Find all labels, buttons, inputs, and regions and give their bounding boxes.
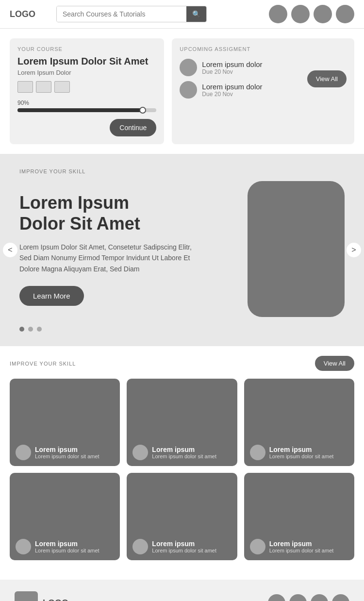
search-bar: 🔍 bbox=[56, 6, 207, 22]
skill-card-info-3: Lorem ipsum Lorem ipsum dolor sit amet bbox=[250, 445, 348, 460]
hero-text: Lorem IpsumDolor Sit Amet Lorem Ipsum Do… bbox=[19, 192, 199, 306]
hero-section: < IMPROVE YOUR SKILL Lorem IpsumDolor Si… bbox=[0, 154, 364, 346]
hero-title: Lorem IpsumDolor Sit Amet bbox=[19, 192, 199, 234]
hero-image bbox=[248, 181, 345, 317]
course-thumbnails bbox=[17, 81, 156, 93]
course-label: YOUR COURSE bbox=[17, 46, 156, 52]
thumbnail-1 bbox=[17, 81, 33, 93]
footer-top: LOGO bbox=[15, 591, 349, 601]
course-subtitle: Lorem Ipsum Dolor bbox=[17, 69, 156, 76]
thumbnail-2 bbox=[36, 81, 51, 93]
skills-header: IMPROVE YOUR SKILL View All bbox=[10, 356, 354, 371]
assignment-due-1: Due 20 Nov bbox=[202, 68, 262, 75]
skill-card-3[interactable]: Lorem ipsum Lorem ipsum dolor sit amet bbox=[244, 379, 354, 466]
footer-logo-area: LOGO bbox=[15, 591, 68, 601]
hero-dot-3[interactable] bbox=[37, 327, 42, 332]
skill-card-5[interactable]: Lorem ipsum Lorem ipsum dolor sit amet bbox=[127, 473, 237, 560]
footer-logo-text: LOGO bbox=[43, 598, 68, 601]
skills-section: IMPROVE YOUR SKILL View All Lorem ipsum … bbox=[0, 346, 364, 570]
hero-dot-2[interactable] bbox=[28, 327, 33, 332]
hero-prev-button[interactable]: < bbox=[3, 243, 17, 257]
avatar bbox=[180, 81, 197, 99]
skill-title-4: Lorem ipsum bbox=[35, 540, 99, 548]
user-icon-3[interactable] bbox=[314, 5, 332, 23]
assignment-card: UPCOMING ASSIGMENT Lorem ipsum dolor Due… bbox=[172, 38, 354, 144]
user-icon-1[interactable] bbox=[269, 5, 287, 23]
hero-description: Lorem Ipsum Dolor Sit Amet, Consetetur S… bbox=[19, 242, 199, 274]
skill-card-info-4: Lorem ipsum Lorem ipsum dolor sit amet bbox=[16, 539, 114, 554]
skill-subtitle-3: Lorem ipsum dolor sit amet bbox=[269, 453, 334, 459]
skill-text-5: Lorem ipsum Lorem ipsum dolor sit amet bbox=[152, 540, 216, 554]
dashboard: YOUR COURSE Lorem Ipsum Dolor Sit Amet L… bbox=[0, 29, 364, 154]
assignment-due-2: Due 20 Nov bbox=[202, 91, 262, 98]
skill-card-2[interactable]: Lorem ipsum Lorem ipsum dolor sit amet bbox=[127, 379, 237, 466]
footer: LOGO © 2021 <Company Name> Inc. All righ… bbox=[0, 580, 364, 601]
skill-card-info-1: Lorem ipsum Lorem ipsum dolor sit amet bbox=[16, 445, 114, 460]
header-icons bbox=[269, 5, 354, 23]
skill-text-6: Lorem ipsum Lorem ipsum dolor sit amet bbox=[269, 540, 334, 554]
learn-more-button[interactable]: Learn More bbox=[19, 286, 84, 306]
skill-card-info-5: Lorem ipsum Lorem ipsum dolor sit amet bbox=[132, 539, 231, 554]
assignment-row: Lorem ipsum dolor Due 20 Nov Lorem ipsum… bbox=[180, 59, 347, 99]
assignment-list: Lorem ipsum dolor Due 20 Nov Lorem ipsum… bbox=[180, 59, 262, 99]
avatar bbox=[180, 59, 197, 76]
skill-card-info-6: Lorem ipsum Lorem ipsum dolor sit amet bbox=[250, 539, 348, 554]
search-input[interactable] bbox=[57, 6, 186, 22]
skill-avatar-2 bbox=[132, 445, 148, 460]
header: LOGO 🔍 bbox=[0, 0, 364, 29]
list-item: Lorem ipsum dolor Due 20 Nov bbox=[180, 59, 262, 76]
hero-dots bbox=[19, 327, 345, 332]
skill-title-6: Lorem ipsum bbox=[269, 540, 334, 548]
skill-avatar-3 bbox=[250, 445, 265, 460]
header-logo: LOGO bbox=[10, 9, 49, 19]
footer-social-icon-4[interactable] bbox=[332, 594, 349, 601]
skill-title-1: Lorem ipsum bbox=[35, 446, 99, 454]
skill-subtitle-5: Lorem ipsum dolor sit amet bbox=[152, 548, 216, 553]
footer-icons bbox=[268, 594, 349, 601]
skill-text-2: Lorem ipsum Lorem ipsum dolor sit amet bbox=[152, 446, 216, 460]
assignment-label: UPCOMING ASSIGMENT bbox=[180, 46, 347, 52]
skill-text-1: Lorem ipsum Lorem ipsum dolor sit amet bbox=[35, 446, 99, 460]
assignment-view-all-button[interactable]: View All bbox=[307, 70, 347, 87]
skill-text-3: Lorem ipsum Lorem ipsum dolor sit amet bbox=[269, 446, 334, 460]
progress-bar-fill bbox=[17, 108, 143, 112]
thumbnail-3 bbox=[54, 81, 70, 93]
skill-card-info-2: Lorem ipsum Lorem ipsum dolor sit amet bbox=[132, 445, 231, 460]
skill-avatar-1 bbox=[16, 445, 31, 460]
user-icon-2[interactable] bbox=[291, 5, 310, 23]
skill-title-2: Lorem ipsum bbox=[152, 446, 216, 454]
footer-logo-icon bbox=[15, 591, 38, 601]
skill-subtitle-1: Lorem ipsum dolor sit amet bbox=[35, 453, 99, 459]
skill-card-1[interactable]: Lorem ipsum Lorem ipsum dolor sit amet bbox=[10, 379, 120, 466]
skill-card-4[interactable]: Lorem ipsum Lorem ipsum dolor sit amet bbox=[10, 473, 120, 560]
skill-subtitle-6: Lorem ipsum dolor sit amet bbox=[269, 548, 334, 553]
skill-avatar-5 bbox=[132, 539, 148, 554]
skills-label: IMPROVE YOUR SKILL bbox=[10, 361, 76, 367]
skill-text-4: Lorem ipsum Lorem ipsum dolor sit amet bbox=[35, 540, 99, 554]
hero-label: IMPROVE YOUR SKILL bbox=[19, 168, 345, 174]
continue-button[interactable]: Continue bbox=[110, 119, 156, 136]
user-icon-4[interactable] bbox=[336, 5, 354, 23]
assignment-text-2: Lorem ipsum dolor Due 20 Nov bbox=[202, 83, 262, 98]
hero-content: Lorem IpsumDolor Sit Amet Lorem Ipsum Do… bbox=[19, 181, 345, 317]
footer-social-icon-3[interactable] bbox=[311, 594, 328, 601]
course-card: YOUR COURSE Lorem Ipsum Dolor Sit Amet L… bbox=[10, 38, 164, 144]
skill-title-5: Lorem ipsum bbox=[152, 540, 216, 548]
footer-social-icon-2[interactable] bbox=[289, 594, 307, 601]
skills-view-all-button[interactable]: View All bbox=[315, 356, 354, 371]
progress-thumb bbox=[139, 107, 146, 114]
assignment-name-2: Lorem ipsum dolor bbox=[202, 83, 262, 91]
course-title: Lorem Ipsum Dolor Sit Amet bbox=[17, 56, 156, 67]
hero-dot-1[interactable] bbox=[19, 327, 24, 332]
footer-social-icon-1[interactable] bbox=[268, 594, 285, 601]
assignment-text-1: Lorem ipsum dolor Due 20 Nov bbox=[202, 60, 262, 75]
hero-next-button[interactable]: > bbox=[347, 243, 361, 257]
skill-subtitle-2: Lorem ipsum dolor sit amet bbox=[152, 453, 216, 459]
search-button[interactable]: 🔍 bbox=[186, 6, 206, 22]
skills-grid: Lorem ipsum Lorem ipsum dolor sit amet L… bbox=[10, 379, 354, 560]
skill-title-3: Lorem ipsum bbox=[269, 446, 334, 454]
progress-percent: 90% bbox=[17, 100, 156, 106]
skill-card-6[interactable]: Lorem ipsum Lorem ipsum dolor sit amet bbox=[244, 473, 354, 560]
list-item: Lorem ipsum dolor Due 20 Nov bbox=[180, 81, 262, 99]
progress-bar bbox=[17, 108, 156, 112]
